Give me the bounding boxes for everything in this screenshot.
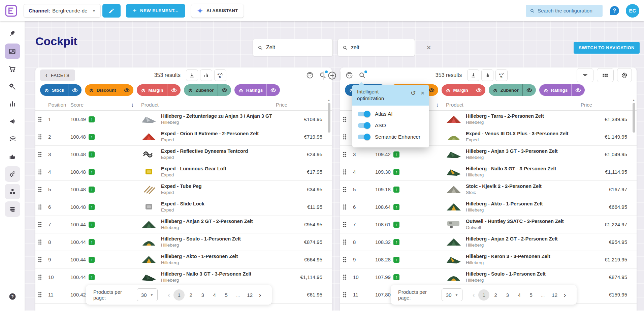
sidebar-item-pin[interactable] xyxy=(5,26,20,41)
sidebar-item-settings[interactable] xyxy=(5,166,20,182)
drag-handle-icon[interactable] xyxy=(38,169,42,175)
toggle-switch[interactable] xyxy=(358,112,370,116)
drag-handle-icon[interactable] xyxy=(38,274,42,280)
page-button[interactable]: 4 xyxy=(514,289,525,301)
query-right-input[interactable] xyxy=(351,45,410,51)
table-row[interactable]: 8 108.32 ↑ Hilleberg - Anjan 2 GT - 2-Pe… xyxy=(340,233,637,251)
facet-chip[interactable]: Margin xyxy=(137,84,181,96)
table-row[interactable]: 10 100.44 ↑ Hilleberg - Nallo 3 GT - 3-P… xyxy=(35,268,332,286)
drag-handle-icon[interactable] xyxy=(38,187,42,192)
translate-ai-button[interactable]: A B xyxy=(495,69,508,81)
query-input-left[interactable] xyxy=(253,39,333,56)
sidebar-item-cart[interactable] xyxy=(5,61,20,77)
scrollbar-thumb[interactable] xyxy=(328,103,330,133)
table-row[interactable]: 3 109.42 ↑ Hilleberg - Anjan 3 GT - 3-Pe… xyxy=(340,146,637,163)
avatar[interactable]: EC xyxy=(626,4,639,18)
sort-desc-icon[interactable]: ↓ xyxy=(131,102,141,108)
facet-chip[interactable]: Ratings xyxy=(234,84,280,96)
app-logo-icon[interactable] xyxy=(5,4,18,17)
toggle-switch[interactable] xyxy=(358,135,370,139)
query-input-right[interactable] xyxy=(337,39,415,56)
export-button[interactable] xyxy=(186,69,198,81)
grid-view-button[interactable] xyxy=(597,68,614,82)
facet-chip[interactable]: Zubehör xyxy=(184,84,231,96)
analytics-button[interactable] xyxy=(200,69,212,81)
facet-visibility-button[interactable] xyxy=(572,87,585,93)
table-row[interactable]: 5 100.48 ↑ Exped - Tube Peg Exped €34.95 xyxy=(35,181,332,198)
sidebar-item-recommendations[interactable] xyxy=(5,149,20,164)
table-row[interactable]: 7 100.44 ↑ Hilleberg - Anjan 2 GT - 2-Pe… xyxy=(35,216,332,233)
sidebar-item-cockpit[interactable] xyxy=(5,44,20,59)
close-icon[interactable]: × xyxy=(421,90,424,96)
drag-handle-icon[interactable] xyxy=(343,239,347,245)
scrollbar[interactable]: ▲ xyxy=(632,98,636,309)
export-button[interactable] xyxy=(467,69,479,81)
table-row[interactable]: 5 109.18 ↑ Stoic - Kjevik 2 - 2-Personen… xyxy=(340,181,637,198)
drag-handle-icon[interactable] xyxy=(38,204,42,210)
sidebar-help-button[interactable]: ? xyxy=(5,289,20,304)
table-row[interactable]: 8 100.44 ↑ Hilleberg - Soulo - 1-Persone… xyxy=(35,233,332,251)
page-button[interactable]: 3 xyxy=(502,289,513,301)
clear-comparison-button[interactable]: × xyxy=(424,43,433,52)
facet-chip[interactable]: Discount xyxy=(85,84,133,96)
prev-page-button[interactable]: ‹ xyxy=(164,291,173,299)
drag-handle-icon[interactable] xyxy=(343,116,347,122)
scroll-up-icon[interactable]: ▲ xyxy=(327,98,331,102)
drag-handle-icon[interactable] xyxy=(38,292,42,298)
facet-visibility-button[interactable] xyxy=(218,87,231,93)
switch-to-navigation-button[interactable]: SWITCH TO NAVIGATION xyxy=(574,42,640,54)
page-button[interactable]: 12 xyxy=(549,289,560,301)
page-button[interactable]: 2 xyxy=(490,289,501,301)
channel-selector[interactable]: Channel: Bergfreunde-de ▼ xyxy=(24,4,101,18)
facet-chip[interactable]: Ratings xyxy=(539,84,585,96)
page-button[interactable]: 3 xyxy=(197,289,208,301)
drag-handle-icon[interactable] xyxy=(38,222,42,227)
drag-handle-icon[interactable] xyxy=(343,222,347,227)
page-button[interactable]: 1 xyxy=(478,289,489,301)
table-row[interactable]: 9 100.44 ↑ Hilleberg - Akto - 1-Personen… xyxy=(35,251,332,268)
facet-visibility-button[interactable] xyxy=(68,87,82,93)
drag-handle-icon[interactable] xyxy=(38,257,42,262)
page-button[interactable]: 5 xyxy=(525,289,537,301)
refresh-icon[interactable]: ↺ xyxy=(411,90,416,96)
sidebar-item-system[interactable] xyxy=(5,201,20,217)
drag-handle-icon[interactable] xyxy=(343,274,347,280)
scrollbar-thumb[interactable] xyxy=(633,103,635,133)
new-element-button[interactable]: + NEW ELEMENT... xyxy=(126,4,185,18)
table-row[interactable]: 1 100.49 ↑ Hilleberg - Zeltunterlage zu … xyxy=(35,111,332,128)
filter-view-button[interactable] xyxy=(577,68,593,82)
per-page-select[interactable]: 30 ▼ xyxy=(442,288,463,301)
drag-handle-icon[interactable] xyxy=(343,204,347,210)
drag-handle-icon[interactable] xyxy=(38,151,42,157)
analytics-button[interactable] xyxy=(481,69,493,81)
drag-handle-icon[interactable] xyxy=(38,134,42,140)
sort-desc-icon[interactable]: ↓ xyxy=(436,102,446,108)
page-button[interactable]: 1 xyxy=(173,289,185,301)
config-search-input[interactable] xyxy=(538,8,599,13)
drag-handle-icon[interactable] xyxy=(343,151,347,157)
table-row[interactable]: 3 100.48 ↑ Exped - Reflective Dyneema Te… xyxy=(35,146,332,163)
page-button[interactable]: 12 xyxy=(244,289,255,301)
next-page-button[interactable]: › xyxy=(560,291,569,299)
drag-handle-icon[interactable] xyxy=(343,169,347,175)
table-row[interactable]: 4 100.48 ↑ Exped - Luminous Gear Loft Ex… xyxy=(35,163,332,181)
persona-preview-button[interactable] xyxy=(345,71,354,80)
page-button[interactable]: 5 xyxy=(221,289,232,301)
facets-button[interactable]: ‹ FACETS xyxy=(40,69,75,81)
add-comparison-button[interactable] xyxy=(327,70,337,81)
toggle-switch[interactable] xyxy=(358,123,370,128)
facet-visibility-button[interactable] xyxy=(523,87,536,93)
drag-handle-icon[interactable] xyxy=(343,187,347,192)
table-settings-button[interactable] xyxy=(617,68,632,82)
edit-channel-button[interactable] xyxy=(102,4,121,18)
table-row[interactable]: 10 107.99 ↑ Hilleberg - Soulo - 1-Person… xyxy=(340,268,637,286)
drag-handle-icon[interactable] xyxy=(38,116,42,122)
ai-assistant-button[interactable]: AI ASSISTANT xyxy=(191,4,244,18)
table-row[interactable]: 2 100.48 ↑ Exped - Orion II Extreme - 2-… xyxy=(35,128,332,146)
help-button[interactable]: ? xyxy=(610,6,619,15)
persona-preview-button[interactable] xyxy=(305,71,314,80)
sidebar-item-modules[interactable] xyxy=(5,184,20,199)
facet-chip[interactable]: Margin xyxy=(442,84,485,96)
sidebar-item-data-import[interactable] xyxy=(5,131,20,147)
scroll-up-icon[interactable]: ▲ xyxy=(632,98,636,102)
